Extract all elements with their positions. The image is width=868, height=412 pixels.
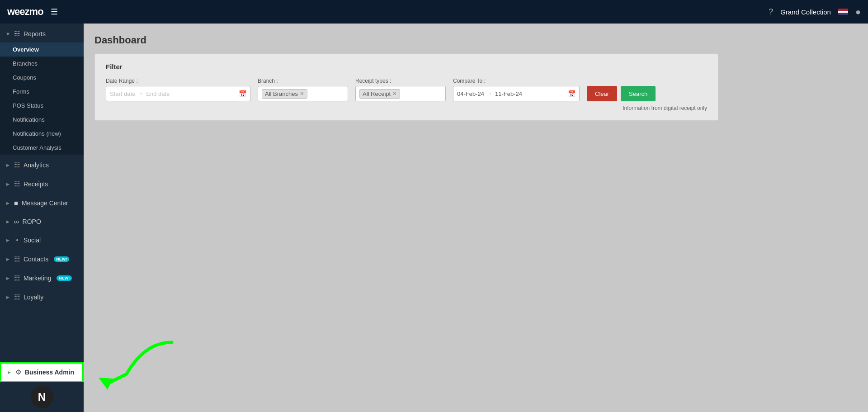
sidebar-section-social: ► ⚬ Social [0,232,84,249]
receipt-types-input[interactable]: All Receipt ✕ [355,86,446,101]
marketing-label: Marketing [24,275,51,282]
loyalty-label: Loyalty [24,294,43,301]
sidebar-section-reports: ▼ ☷ Reports Overview Branches Coupons Fo… [0,25,84,155]
sidebar-parent-contacts[interactable]: ► ☷ Contacts NEW! [0,251,84,268]
loyalty-icon: ☷ [14,293,20,301]
branch-label: Branch : [258,78,348,84]
logo: weezmo [7,6,43,18]
sidebar-item-branches[interactable]: Branches [0,57,84,71]
reports-label: Reports [24,30,46,38]
receipt-types-group: Receipt types : All Receipt ✕ [355,78,446,101]
avatar: N [31,386,53,408]
sidebar-parent-marketing[interactable]: ► ☷ Marketing NEW! [0,270,84,287]
social-label: Social [24,237,41,244]
sidebar-section-contacts: ► ☷ Contacts NEW! [0,251,84,268]
receipt-remove-icon[interactable]: ✕ [392,90,397,97]
sidebar-parent-message-center[interactable]: ► ■ Message Center [0,194,84,211]
chevron-right-icon7: ► [5,275,10,281]
marketing-badge: NEW! [57,275,72,281]
sidebar-item-forms[interactable]: Forms [0,85,84,99]
sidebar-item-coupons[interactable]: Coupons [0,71,84,85]
flag-icon [838,9,848,15]
contacts-badge: NEW! [54,256,69,262]
compare-calendar-icon[interactable]: 📅 [568,90,576,97]
analytics-label: Analytics [24,161,49,169]
reports-children: Overview Branches Coupons Forms POS Stat… [0,43,84,155]
filter-row: Date Range : Start date → End date 📅 Bra… [106,78,707,101]
main-content: Dashboard Filter Date Range : Start date… [84,24,868,412]
compare-to-value: 11-Feb-24 [495,90,522,97]
branch-remove-icon[interactable]: ✕ [300,90,304,97]
filter-card: Filter Date Range : Start date → End dat… [94,53,718,121]
sidebar-parent-reports[interactable]: ▼ ☷ Reports [0,25,84,43]
filter-actions: Clear Search [587,86,656,101]
hamburger-icon[interactable]: ☰ [51,7,58,17]
page-title: Dashboard [94,34,857,46]
brand-name: Grand Collection [780,8,831,16]
sidebar-section-receipts: ► ☷ Receipts [0,175,84,193]
sidebar-section-message-center: ► ■ Message Center [0,194,84,211]
sidebar-item-customer-analysis[interactable]: Customer Analysis [0,141,84,155]
help-icon[interactable]: ? [769,7,773,17]
sidebar-parent-social[interactable]: ► ⚬ Social [0,232,84,249]
compare-arrow: → [487,90,492,97]
message-center-label: Message Center [22,199,68,207]
user-icon[interactable]: ● [855,7,861,17]
receipt-types-label: Receipt types : [355,78,446,84]
filter-title: Filter [106,63,707,71]
business-admin-label: Business Admin [25,369,74,376]
branch-input[interactable]: All Branches ✕ [258,86,348,101]
sidebar-section-analytics: ► ☷ Analytics [0,156,84,174]
sidebar-parent-analytics[interactable]: ► ☷ Analytics [0,156,84,174]
chevron-right-icon8: ► [5,294,10,300]
message-center-icon: ■ [14,199,18,207]
calendar-icon[interactable]: 📅 [239,90,246,97]
receipt-tag-value: All Receipt [363,90,391,97]
ropo-icon: ∞ [14,218,19,225]
sidebar-section-loyalty: ► ☷ Loyalty [0,289,84,306]
branch-group: Branch : All Branches ✕ [258,78,348,101]
sidebar-item-pos-status[interactable]: POS Status [0,99,84,113]
branch-tag-value: All Branches [265,90,298,97]
social-icon: ⚬ [14,236,20,244]
receipts-label: Receipts [24,180,48,188]
sidebar: ▼ ☷ Reports Overview Branches Coupons Fo… [0,24,84,412]
search-button[interactable]: Search [621,86,656,101]
branch-tag: All Branches ✕ [262,89,307,99]
chevron-right-icon4: ► [5,219,10,224]
app-body: ▼ ☷ Reports Overview Branches Coupons Fo… [0,24,868,412]
sidebar-item-notifications-new[interactable]: Notifications (new) [0,127,84,141]
sidebar-bottom: ► ⚙ Business Admin N [0,362,84,412]
sidebar-item-overview[interactable]: Overview [0,43,84,57]
business-admin-item[interactable]: ► ⚙ Business Admin [0,362,84,382]
date-range-input[interactable]: Start date → End date 📅 [106,86,250,101]
compare-to-label: Compare To : [453,78,580,84]
date-range-arrow: → [138,90,143,97]
chevron-right-icon3: ► [5,200,10,206]
compare-to-group: Compare To : 04-Feb-24 → 11-Feb-24 📅 [453,78,580,101]
filter-info: Information from digital receipt only [106,105,707,111]
clear-button[interactable]: Clear [587,86,617,101]
sidebar-parent-ropo[interactable]: ► ∞ ROPO [0,213,84,230]
sidebar-item-notifications[interactable]: Notifications [0,113,84,127]
compare-to-input[interactable]: 04-Feb-24 → 11-Feb-24 📅 [453,86,580,101]
chevron-right-icon9: ► [7,369,12,375]
receipts-icon: ☷ [14,180,20,188]
ropo-label: ROPO [23,218,41,225]
chevron-right-icon5: ► [5,237,10,243]
sidebar-parent-loyalty[interactable]: ► ☷ Loyalty [0,289,84,306]
date-start-placeholder: Start date [110,90,135,97]
nav-right: ? Grand Collection ● [769,7,861,17]
sidebar-section-marketing: ► ☷ Marketing NEW! [0,270,84,287]
marketing-icon: ☷ [14,274,20,282]
chevron-right-icon: ► [5,162,10,168]
contacts-label: Contacts [24,256,48,263]
date-end-placeholder: End date [146,90,170,97]
top-nav: weezmo ☰ ? Grand Collection ● [0,0,868,24]
contacts-icon: ☷ [14,255,20,263]
nav-left: weezmo ☰ [7,6,58,18]
sidebar-parent-receipts[interactable]: ► ☷ Receipts [0,175,84,193]
date-range-group: Date Range : Start date → End date 📅 [106,78,250,101]
gear-icon: ⚙ [15,368,21,376]
analytics-icon: ☷ [14,161,20,169]
